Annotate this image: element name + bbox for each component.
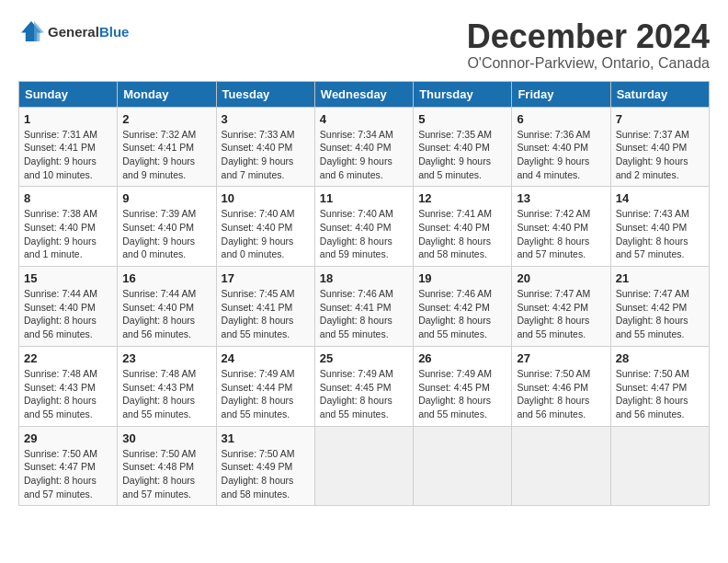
calendar-cell: 28Sunrise: 7:50 AMSunset: 4:47 PMDayligh…	[610, 346, 709, 426]
day-info: Sunrise: 7:43 AMSunset: 4:40 PMDaylight:…	[616, 207, 704, 261]
logo-text-general: General	[48, 24, 99, 40]
calendar-cell: 25Sunrise: 7:49 AMSunset: 4:45 PMDayligh…	[314, 346, 413, 426]
day-number: 8	[24, 191, 112, 205]
main-title: December 2024	[467, 18, 710, 55]
day-info: Sunrise: 7:44 AMSunset: 4:40 PMDaylight:…	[24, 287, 112, 341]
day-info: Sunrise: 7:41 AMSunset: 4:40 PMDaylight:…	[418, 207, 506, 261]
day-info: Sunrise: 7:36 AMSunset: 4:40 PMDaylight:…	[517, 128, 605, 182]
calendar-cell: 24Sunrise: 7:49 AMSunset: 4:44 PMDayligh…	[216, 346, 314, 426]
day-info: Sunrise: 7:39 AMSunset: 4:40 PMDaylight:…	[122, 207, 210, 261]
title-area: December 2024 O'Connor-Parkview, Ontario…	[467, 18, 710, 72]
day-number: 10	[222, 191, 310, 205]
calendar-header-tuesday: Tuesday	[216, 81, 314, 107]
day-number: 20	[517, 271, 605, 285]
calendar: SundayMondayTuesdayWednesdayThursdayFrid…	[18, 81, 710, 507]
day-number: 12	[418, 191, 506, 205]
calendar-cell: 17Sunrise: 7:45 AMSunset: 4:41 PMDayligh…	[216, 267, 314, 347]
calendar-cell: 7Sunrise: 7:37 AMSunset: 4:40 PMDaylight…	[610, 107, 709, 187]
day-number: 16	[122, 271, 210, 285]
calendar-cell: 2Sunrise: 7:32 AMSunset: 4:41 PMDaylight…	[118, 107, 216, 187]
calendar-cell: 14Sunrise: 7:43 AMSunset: 4:40 PMDayligh…	[610, 187, 709, 267]
day-number: 21	[616, 271, 704, 285]
calendar-cell: 26Sunrise: 7:49 AMSunset: 4:45 PMDayligh…	[414, 346, 512, 426]
day-info: Sunrise: 7:48 AMSunset: 4:43 PMDaylight:…	[24, 367, 112, 421]
calendar-cell: 6Sunrise: 7:36 AMSunset: 4:40 PMDaylight…	[512, 107, 610, 187]
day-info: Sunrise: 7:47 AMSunset: 4:42 PMDaylight:…	[616, 287, 704, 341]
day-info: Sunrise: 7:49 AMSunset: 4:44 PMDaylight:…	[222, 367, 310, 421]
day-info: Sunrise: 7:50 AMSunset: 4:49 PMDaylight:…	[222, 447, 310, 501]
day-info: Sunrise: 7:46 AMSunset: 4:42 PMDaylight:…	[418, 287, 506, 341]
logo-text-blue: Blue	[99, 24, 130, 40]
calendar-cell: 18Sunrise: 7:46 AMSunset: 4:41 PMDayligh…	[314, 267, 413, 347]
day-number: 22	[24, 351, 112, 365]
day-number: 11	[320, 191, 408, 205]
calendar-header-saturday: Saturday	[610, 81, 709, 107]
day-info: Sunrise: 7:49 AMSunset: 4:45 PMDaylight:…	[320, 367, 408, 421]
day-number: 25	[320, 351, 408, 365]
day-number: 6	[517, 112, 605, 126]
day-info: Sunrise: 7:38 AMSunset: 4:40 PMDaylight:…	[24, 207, 112, 261]
day-number: 29	[24, 431, 112, 445]
day-info: Sunrise: 7:46 AMSunset: 4:41 PMDaylight:…	[320, 287, 408, 341]
day-number: 31	[222, 431, 310, 445]
calendar-cell: 4Sunrise: 7:34 AMSunset: 4:40 PMDaylight…	[314, 107, 413, 187]
day-info: Sunrise: 7:50 AMSunset: 4:48 PMDaylight:…	[122, 447, 210, 501]
day-info: Sunrise: 7:47 AMSunset: 4:42 PMDaylight:…	[517, 287, 605, 341]
calendar-cell: 12Sunrise: 7:41 AMSunset: 4:40 PMDayligh…	[414, 187, 512, 267]
day-info: Sunrise: 7:33 AMSunset: 4:40 PMDaylight:…	[222, 128, 310, 182]
calendar-cell: 16Sunrise: 7:44 AMSunset: 4:40 PMDayligh…	[118, 267, 216, 347]
calendar-cell: 23Sunrise: 7:48 AMSunset: 4:43 PMDayligh…	[118, 346, 216, 426]
calendar-cell: 5Sunrise: 7:35 AMSunset: 4:40 PMDaylight…	[414, 107, 512, 187]
day-info: Sunrise: 7:37 AMSunset: 4:40 PMDaylight:…	[616, 128, 704, 182]
calendar-cell: 22Sunrise: 7:48 AMSunset: 4:43 PMDayligh…	[19, 346, 118, 426]
day-number: 4	[320, 112, 408, 126]
day-info: Sunrise: 7:50 AMSunset: 4:46 PMDaylight:…	[517, 367, 605, 421]
day-number: 18	[320, 271, 408, 285]
calendar-cell	[314, 426, 413, 506]
day-info: Sunrise: 7:35 AMSunset: 4:40 PMDaylight:…	[418, 128, 506, 182]
day-info: Sunrise: 7:34 AMSunset: 4:40 PMDaylight:…	[320, 128, 408, 182]
calendar-cell: 3Sunrise: 7:33 AMSunset: 4:40 PMDaylight…	[216, 107, 314, 187]
day-info: Sunrise: 7:40 AMSunset: 4:40 PMDaylight:…	[320, 207, 408, 261]
calendar-cell	[610, 426, 709, 506]
calendar-header-monday: Monday	[118, 81, 216, 107]
day-number: 28	[616, 351, 704, 365]
header: General Blue December 2024 O'Connor-Park…	[18, 18, 710, 72]
day-info: Sunrise: 7:44 AMSunset: 4:40 PMDaylight:…	[122, 287, 210, 341]
day-number: 27	[517, 351, 605, 365]
calendar-cell: 9Sunrise: 7:39 AMSunset: 4:40 PMDaylight…	[118, 187, 216, 267]
day-number: 26	[418, 351, 506, 365]
day-number: 9	[122, 191, 210, 205]
day-number: 2	[122, 112, 210, 126]
day-number: 7	[616, 112, 704, 126]
calendar-cell	[414, 426, 512, 506]
calendar-cell: 8Sunrise: 7:38 AMSunset: 4:40 PMDaylight…	[19, 187, 118, 267]
calendar-header-wednesday: Wednesday	[314, 81, 413, 107]
day-number: 13	[517, 191, 605, 205]
day-number: 23	[122, 351, 210, 365]
day-number: 1	[24, 112, 112, 126]
day-info: Sunrise: 7:32 AMSunset: 4:41 PMDaylight:…	[122, 128, 210, 182]
calendar-cell: 31Sunrise: 7:50 AMSunset: 4:49 PMDayligh…	[216, 426, 314, 506]
day-info: Sunrise: 7:40 AMSunset: 4:40 PMDaylight:…	[222, 207, 310, 261]
calendar-header-sunday: Sunday	[19, 81, 118, 107]
day-info: Sunrise: 7:48 AMSunset: 4:43 PMDaylight:…	[122, 367, 210, 421]
subtitle: O'Connor-Parkview, Ontario, Canada	[467, 55, 710, 72]
calendar-cell	[512, 426, 610, 506]
day-number: 24	[222, 351, 310, 365]
calendar-header-friday: Friday	[512, 81, 610, 107]
day-number: 15	[24, 271, 112, 285]
day-info: Sunrise: 7:49 AMSunset: 4:45 PMDaylight:…	[418, 367, 506, 421]
calendar-cell: 1Sunrise: 7:31 AMSunset: 4:41 PMDaylight…	[19, 107, 118, 187]
logo-icon	[18, 18, 44, 44]
logo: General Blue	[18, 18, 129, 44]
calendar-cell: 30Sunrise: 7:50 AMSunset: 4:48 PMDayligh…	[118, 426, 216, 506]
calendar-cell: 20Sunrise: 7:47 AMSunset: 4:42 PMDayligh…	[512, 267, 610, 347]
day-number: 19	[418, 271, 506, 285]
calendar-cell: 27Sunrise: 7:50 AMSunset: 4:46 PMDayligh…	[512, 346, 610, 426]
day-info: Sunrise: 7:42 AMSunset: 4:40 PMDaylight:…	[517, 207, 605, 261]
day-info: Sunrise: 7:31 AMSunset: 4:41 PMDaylight:…	[24, 128, 112, 182]
day-number: 5	[418, 112, 506, 126]
day-number: 14	[616, 191, 704, 205]
calendar-cell: 29Sunrise: 7:50 AMSunset: 4:47 PMDayligh…	[19, 426, 118, 506]
